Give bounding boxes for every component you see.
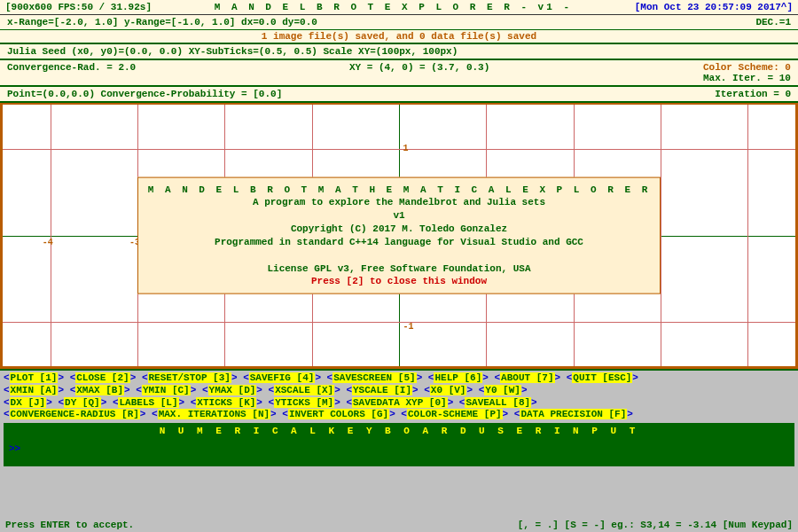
conv-row: Convergence-Rad. = 2.0 XY = (4, 0) = (3.… [0, 60, 798, 87]
julia-row: Julia Seed (x0, y0)=(0.0, 0.0) XY-SubTic… [0, 43, 798, 60]
cmd-button[interactable]: INVERT COLORS [G] [288, 409, 389, 419]
cmd-button[interactable]: XMIN [A] [10, 385, 59, 395]
footer-bar: Press ENTER to accept. [, = .] [S = -] e… [0, 518, 798, 532]
cmd-button[interactable]: HELP [6] [434, 372, 482, 383]
cmd-row-3: <DX [J]> <DY [Q]> <LABELS [L]> <XTICKS [… [4, 397, 794, 410]
julia-text: Julia Seed (x0, y0)=(0.0, 0.0) XY-SubTic… [7, 46, 458, 57]
about-lang: Programmed in standard C++14 language fo… [147, 236, 651, 249]
cmd-button[interactable]: SAVEFIG [4] [249, 372, 316, 383]
cmd-button[interactable]: RESET/STOP [3] [148, 372, 231, 383]
cmd-button[interactable]: YTICKS [M] [274, 397, 334, 408]
input-prompt[interactable]: >> [9, 443, 789, 454]
cmd-row-1: <PLOT [1]> <CLOSE [2]> <RESET/STOP [3]> … [4, 372, 794, 385]
about-close-hint: Press [2] to close this window [147, 275, 651, 288]
cmd-row-4: <CONVERGENCE-RADIUS [R]> <MAX. ITERATION… [4, 409, 794, 421]
input-panel: N U M E R I C A L K E Y B O A R D U S E … [4, 423, 794, 466]
cmd-button[interactable]: YMIN [C] [142, 385, 191, 395]
cmd-button[interactable]: XSCALE [X] [274, 385, 334, 395]
cmd-button[interactable]: COLOR-SCHEME [P] [407, 409, 503, 419]
cmd-button[interactable]: Y0 [W] [484, 385, 521, 395]
cmd-button[interactable]: YMAX [D] [208, 385, 257, 395]
cmd-button[interactable]: MAX. ITERATIONS [N] [158, 409, 270, 419]
about-subtitle: A program to explore the Mandelbrot and … [147, 196, 651, 209]
cmd-button[interactable]: XTICKS [K] [196, 397, 256, 408]
footer-right: [, = .] [S = -] eg.: S3,14 = -3.14 [Num … [518, 520, 793, 530]
cmd-button[interactable]: DATA PRECISION [F] [520, 409, 627, 419]
range-text: x-Range=[-2.0, 1.0] y-Range=[-1.0, 1.0] … [7, 17, 317, 27]
about-copyright: Copyright (C) 2017 M. Toledo Gonzalez [147, 223, 651, 236]
cmd-button[interactable]: PLOT [1] [10, 372, 59, 383]
footer-left: Press ENTER to accept. [5, 520, 134, 530]
cmd-button[interactable]: CLOSE [2] [75, 372, 129, 383]
point-row: Point=(0.0,0.0) Convergence-Probability … [0, 87, 798, 103]
title-bar: [798x532 FPS:50 / 31.92s] M A N D E L B … [0, 0, 798, 15]
app-title: M A N D E L B R O T E X P L O R E R - v1… [215, 2, 572, 12]
cmd-button[interactable]: DY [Q] [64, 397, 101, 408]
about-dialog: M A N D E L B R O T M A T H E M A T I C … [137, 176, 661, 294]
about-license: License GPL v3, Free Software Foundation… [147, 262, 651, 275]
about-title: M A N D E L B R O T M A T H E M A T I C … [147, 183, 651, 196]
max-iter: Max. Iter. = 10 [703, 73, 791, 83]
resolution-fps: [798x532 FPS:50 / 31.92s] [5, 2, 152, 12]
cmd-button[interactable]: XMAX [B] [75, 385, 124, 395]
iteration: Iteration = 0 [715, 89, 791, 99]
cmd-button[interactable]: SAVEDATA XYP [0] [352, 397, 448, 408]
timestamp: [Mon Oct 23 20:57:09 2017^] [635, 2, 793, 12]
cmd-button[interactable]: SAVEALL [8] [465, 397, 531, 408]
plot-canvas[interactable]: -4 -3 -2 -1 1 2 3 1 -1 M A N D E L B R O… [0, 103, 798, 369]
cmd-button[interactable]: X0 [V] [430, 385, 467, 395]
xtick: -4 [43, 238, 53, 247]
colorscheme: Color Scheme: 0 [703, 62, 791, 73]
ytick: -1 [403, 322, 413, 332]
about-version: v1 [147, 209, 651, 223]
xy-coords: XY = (4, 0) = (3.7, 0.3) [349, 62, 489, 83]
dec-text: DEC.=1 [755, 17, 791, 27]
cmd-row-2: <XMIN [A]> <XMAX [B]> <YMIN [C]> <YMAX [… [4, 385, 794, 397]
cmd-button[interactable]: LABELS [L] [118, 397, 178, 408]
cmd-button[interactable]: YSCALE [I] [352, 385, 412, 395]
cmd-button[interactable]: ABOUT [7] [500, 372, 554, 383]
range-row: x-Range=[-2.0, 1.0] y-Range=[-1.0, 1.0] … [0, 15, 798, 30]
input-title: N U M E R I C A L K E Y B O A R D U S E … [9, 426, 789, 436]
point-prob: Point=(0.0,0.0) Convergence-Probability … [7, 89, 282, 99]
files-saved-row: 1 image file(s) saved, and 0 data file(s… [0, 30, 798, 43]
cmd-button[interactable]: CONVERGENCE-RADIUS [R] [10, 409, 140, 419]
cmd-button[interactable]: QUIT [ESC] [572, 372, 632, 383]
conv-rad: Convergence-Rad. = 2.0 [7, 62, 136, 83]
command-menu: <PLOT [1]> <CLOSE [2]> <RESET/STOP [3]> … [0, 369, 798, 466]
ytick: 1 [403, 144, 408, 153]
cmd-button[interactable]: SAVESCREEN [5] [332, 372, 416, 383]
cmd-button[interactable]: DX [J] [10, 397, 47, 408]
